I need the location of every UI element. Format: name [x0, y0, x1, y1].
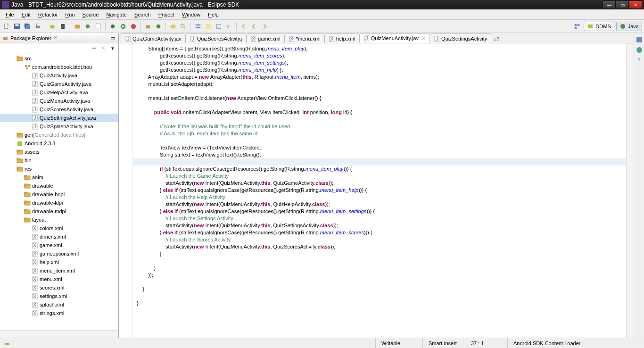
close-icon[interactable]: ✕: [421, 35, 426, 41]
svg-rect-65: [25, 192, 27, 194]
menu-edit[interactable]: Edit: [18, 11, 34, 18]
run-button[interactable]: [118, 22, 128, 31]
android-avd-button[interactable]: [58, 22, 67, 31]
editor-tab[interactable]: Xgame.xml: [246, 33, 285, 43]
editor-tab[interactable]: JQuizSettingsActivity: [429, 33, 491, 43]
tree-item[interactable]: bin: [0, 156, 118, 165]
menu-project[interactable]: Project: [155, 11, 178, 18]
run-external-button[interactable]: [129, 22, 138, 31]
minimize-view-icon[interactable]: ▭: [109, 34, 116, 42]
tree-item[interactable]: gen [Generated Java Files]: [0, 131, 118, 139]
menu-help[interactable]: Help: [204, 11, 223, 18]
outline-icon[interactable]: [636, 36, 643, 43]
svg-rect-29: [588, 25, 593, 28]
open-perspective-button[interactable]: [572, 22, 582, 31]
print-button[interactable]: [33, 22, 42, 31]
mark-occurrences-button[interactable]: [204, 22, 213, 31]
new-xml-button[interactable]: [93, 22, 103, 31]
launch-icon[interactable]: [4, 340, 10, 347]
tree-item[interactable]: assets: [0, 148, 118, 156]
show-whitespace-button[interactable]: ¶: [224, 22, 234, 31]
menu-file[interactable]: File: [2, 11, 18, 18]
svg-point-109: [636, 47, 642, 53]
view-close-icon[interactable]: ✕: [53, 35, 58, 41]
new-package-button[interactable]: [143, 22, 153, 31]
tree-item[interactable]: JQuizScoresActivity.java: [0, 105, 118, 114]
tree-item[interactable]: Xdimens.xml: [0, 232, 118, 241]
perspective-java[interactable]: Java: [616, 22, 642, 31]
editor-tab[interactable]: JQuizScoresActivity.j: [185, 33, 247, 43]
tree-item[interactable]: res: [0, 165, 118, 173]
collapse-all-icon[interactable]: [90, 44, 98, 52]
tree-item[interactable]: Xscores.xml: [0, 283, 118, 292]
horizontal-scrollbar[interactable]: [0, 331, 118, 338]
tree-item[interactable]: drawable: [0, 182, 118, 190]
save-all-button[interactable]: [23, 22, 32, 31]
menu-source[interactable]: Source: [79, 11, 103, 18]
new-test-button[interactable]: [83, 22, 92, 31]
menu-search[interactable]: Search: [131, 11, 155, 18]
new-class-button[interactable]: [154, 22, 163, 31]
menu-run[interactable]: Run: [61, 11, 78, 18]
close-button[interactable]: ✕: [629, 0, 642, 9]
vertical-scrollbar[interactable]: [626, 43, 634, 338]
tree-item[interactable]: JQuizActivity.java: [0, 71, 118, 80]
tree-item[interactable]: Xsettings.xml: [0, 292, 118, 300]
back-button[interactable]: [249, 22, 259, 31]
tree-item[interactable]: drawable-hdpi: [0, 190, 118, 199]
perspective-ddms[interactable]: DDMS: [584, 22, 614, 31]
maximize-button[interactable]: ▭: [616, 0, 629, 9]
last-edit-button[interactable]: [239, 22, 248, 31]
view-menu-icon[interactable]: ▾: [109, 44, 116, 52]
tree-item[interactable]: drawable-ldpi: [0, 199, 118, 207]
code-editor[interactable]: String[] items = { getResources().getStr…: [133, 43, 626, 338]
minimize-button[interactable]: —: [603, 0, 616, 9]
search-button[interactable]: [179, 22, 188, 31]
android-sdk-button[interactable]: [48, 22, 57, 31]
tree-item[interactable]: Xhelp.xml: [0, 258, 118, 266]
editor-gutter[interactable]: [119, 43, 133, 338]
tree-item[interactable]: JQuizGameActivity.java: [0, 80, 118, 88]
block-selection-button[interactable]: [214, 22, 223, 31]
tree-item[interactable]: drawable-mdpi: [0, 207, 118, 215]
editor-tab[interactable]: Xhelp.xml: [324, 33, 360, 43]
tree-item[interactable]: JQuizMenuActivity.java: [0, 97, 118, 105]
svg-point-15: [131, 24, 136, 29]
new-button[interactable]: [2, 22, 11, 31]
new-project-button[interactable]: [73, 22, 82, 31]
tree-item[interactable]: Xmenu.xml: [0, 275, 118, 283]
package-tree[interactable]: srccom.androidbook.btdt.houJQuizActivity…: [0, 53, 118, 330]
link-editor-icon[interactable]: [99, 44, 107, 52]
svg-rect-71: [25, 218, 27, 219]
tree-item[interactable]: JQuizHelpActivity.java: [0, 88, 118, 97]
editor-tab[interactable]: JQuizGameActivity.jav: [121, 33, 186, 43]
tree-item[interactable]: src: [0, 54, 118, 63]
forward-button[interactable]: [260, 22, 269, 31]
tree-item[interactable]: layout: [0, 215, 118, 224]
tree-item[interactable]: Xcolors.xml: [0, 224, 118, 232]
tabs-overflow[interactable]: »7: [491, 35, 502, 43]
help-icon[interactable]: ?: [636, 57, 643, 64]
save-button[interactable]: [12, 22, 22, 31]
tasks-icon[interactable]: [636, 46, 643, 54]
open-type-button[interactable]: [168, 22, 178, 31]
tree-item[interactable]: anim: [0, 173, 118, 182]
tree-item[interactable]: JQuizSplashActivity.java: [0, 122, 118, 131]
debug-button[interactable]: [108, 22, 117, 31]
tree-item[interactable]: Xgameoptions.xml: [0, 249, 118, 258]
menu-navigate[interactable]: Navigate: [102, 11, 130, 18]
editor-tab[interactable]: JQuizMenuActivity.jav✕: [359, 33, 430, 43]
svg-text:X: X: [252, 36, 256, 41]
editor-area: JQuizGameActivity.javJQuizScoresActivity…: [119, 33, 634, 338]
tree-item[interactable]: Xsplash.xml: [0, 300, 118, 309]
tree-item[interactable]: Xgame.xml: [0, 241, 118, 249]
tree-item[interactable]: Android 2.3.3: [0, 139, 118, 148]
menu-window[interactable]: Window: [178, 11, 204, 18]
menu-refactor[interactable]: Refactor: [34, 11, 62, 18]
tree-item[interactable]: JQuizSettingsActivity.java: [0, 114, 118, 122]
tree-item[interactable]: Xstrings.xml: [0, 309, 118, 317]
tree-item[interactable]: Xmenu_item.xml: [0, 266, 118, 275]
tree-item[interactable]: com.androidbook.btdt.hou: [0, 63, 118, 71]
toggle-breadcrumb-button[interactable]: [193, 22, 203, 31]
editor-tab[interactable]: X*menu.xml: [284, 33, 325, 43]
